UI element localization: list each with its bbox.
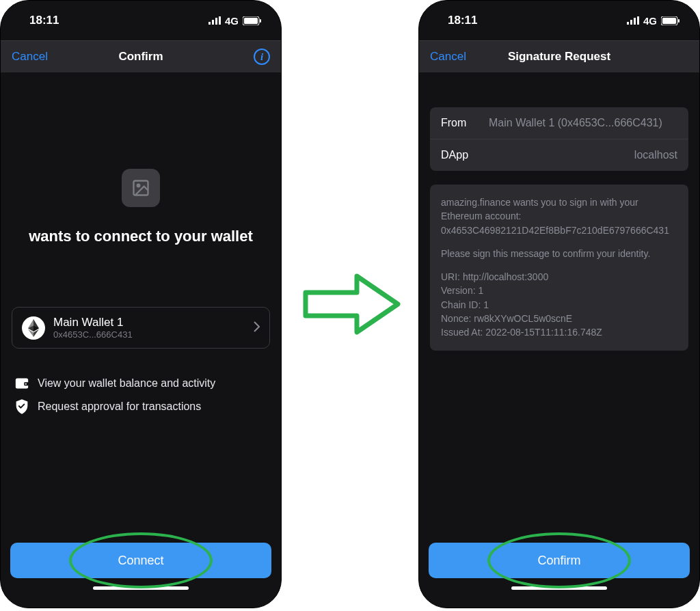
- msg-intro: amazing.finance wants you to sign in wit…: [441, 195, 677, 223]
- svg-rect-0: [208, 22, 211, 25]
- dapp-image-placeholder-icon: [122, 169, 160, 207]
- permission-balance-label: View your wallet balance and activity: [38, 377, 215, 390]
- arrow-right-icon: [292, 267, 408, 344]
- info-card: From Main Wallet 1 (0x4653C...666C431) D…: [430, 107, 688, 171]
- svg-point-8: [137, 185, 140, 187]
- battery-icon: [661, 16, 680, 25]
- msg-issued: Issued At: 2022-08-15T11:11:16.748Z: [441, 325, 677, 339]
- permission-approval: Request approval for transactions: [14, 399, 267, 414]
- connect-content: wants to connect to your wallet Main Wal…: [1, 73, 281, 543]
- connect-button[interactable]: Connect: [10, 543, 271, 578]
- status-right: 4G: [208, 15, 262, 27]
- cancel-button[interactable]: Cancel: [12, 50, 48, 64]
- info-icon[interactable]: i: [254, 49, 270, 65]
- home-indicator: [93, 586, 189, 590]
- msg-prompt: Please sign this message to confirm your…: [441, 247, 677, 260]
- status-time: 18:11: [29, 14, 59, 27]
- msg-account: 0x4653C46982121D42Ef8BbF7c210dE6797666C4…: [441, 223, 677, 237]
- svg-rect-6: [260, 19, 261, 23]
- msg-para-3: URI: http://localhost:3000 Version: 1 Ch…: [441, 270, 677, 339]
- network-label: 4G: [225, 15, 239, 27]
- wallet-selector[interactable]: Main Wallet 1 0x4653C...666C431: [12, 307, 270, 349]
- from-value: Main Wallet 1 (0x4653C...666C431): [482, 117, 677, 129]
- dapp-value: localhost: [482, 149, 677, 161]
- msg-uri: URI: http://localhost:3000: [441, 270, 677, 284]
- svg-rect-17: [662, 18, 676, 24]
- from-label: From: [441, 117, 482, 129]
- phone-connect-screen: 18:11 4G Cancel Confirm i wants to conne…: [0, 0, 282, 608]
- signal-icon: [208, 16, 221, 25]
- bottom-area: Confirm: [419, 543, 699, 608]
- svg-rect-2: [215, 18, 217, 25]
- nav-title: Signature Request: [508, 50, 610, 64]
- ethereum-icon: [22, 316, 45, 340]
- svg-point-11: [25, 383, 27, 385]
- permission-balance: View your wallet balance and activity: [14, 376, 267, 391]
- msg-nonce: Nonce: rw8kXYwOCL5w0scnE: [441, 312, 677, 325]
- nav-title: Confirm: [118, 50, 163, 64]
- wallet-address: 0x4653C...666C431: [53, 329, 133, 340]
- signature-content: From Main Wallet 1 (0x4653C...666C431) D…: [419, 73, 699, 543]
- bottom-area: Connect: [1, 543, 281, 608]
- network-label: 4G: [643, 15, 657, 27]
- svg-rect-12: [627, 22, 629, 25]
- nav-bar: Cancel Signature Request: [419, 40, 699, 73]
- permissions-list: View your wallet balance and activity Re…: [12, 376, 270, 414]
- connect-heading: wants to connect to your wallet: [12, 228, 270, 245]
- svg-rect-3: [219, 16, 221, 25]
- signature-message: amazing.finance wants you to sign in wit…: [430, 185, 688, 351]
- wallet-text: Main Wallet 1 0x4653C...666C431: [53, 316, 133, 340]
- status-bar: 18:11 4G: [419, 1, 699, 40]
- cancel-button[interactable]: Cancel: [430, 50, 466, 64]
- wallet-icon: [14, 376, 29, 391]
- confirm-button[interactable]: Confirm: [429, 543, 690, 578]
- svg-rect-13: [630, 20, 632, 25]
- home-indicator: [511, 586, 607, 590]
- svg-rect-14: [634, 18, 636, 25]
- status-right: 4G: [627, 15, 680, 27]
- dapp-label: DApp: [441, 149, 482, 161]
- msg-version: Version: 1: [441, 284, 677, 297]
- svg-rect-15: [637, 16, 639, 25]
- status-bar: 18:11 4G: [1, 1, 281, 40]
- info-row-from: From Main Wallet 1 (0x4653C...666C431): [430, 107, 688, 139]
- nav-bar: Cancel Confirm i: [1, 40, 281, 73]
- status-time: 18:11: [448, 14, 477, 27]
- battery-icon: [243, 16, 262, 25]
- phone-signature-screen: 18:11 4G Cancel Signature Request From M…: [418, 0, 700, 608]
- svg-rect-5: [244, 18, 258, 24]
- permission-approval-label: Request approval for transactions: [38, 400, 201, 413]
- info-row-dapp: DApp localhost: [430, 139, 688, 171]
- shield-check-icon: [14, 399, 29, 414]
- signal-icon: [627, 16, 639, 25]
- msg-chain: Chain ID: 1: [441, 298, 677, 312]
- wallet-name: Main Wallet 1: [53, 316, 133, 329]
- svg-rect-1: [212, 20, 214, 25]
- chevron-right-icon: [254, 321, 260, 335]
- msg-para-1: amazing.finance wants you to sign in wit…: [441, 195, 677, 237]
- svg-rect-18: [678, 19, 679, 23]
